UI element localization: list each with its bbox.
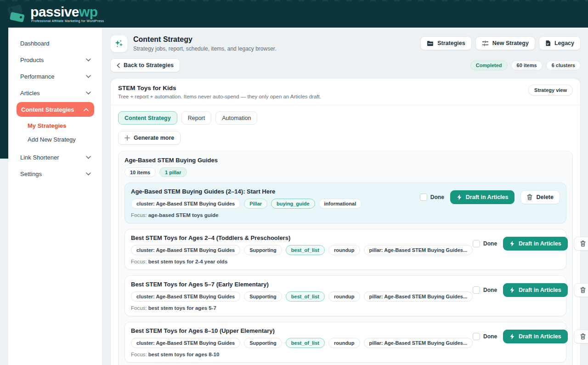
strategy-item-card: Best STEM Toys for Ages 2–4 (Toddlers & … xyxy=(124,229,566,270)
done-toggle[interactable]: Done xyxy=(473,240,497,247)
sidebar-subitem-label: Add New Strategy xyxy=(28,136,76,143)
strategy-item-card: Best STEM Toys for Ages 8–10 (Upper Elem… xyxy=(124,322,566,363)
done-toggle[interactable]: Done xyxy=(473,286,497,294)
sidebar-nav: Dashboard Products Performance Articles … xyxy=(8,28,102,365)
focus-label: Focus: xyxy=(131,352,148,357)
button-label: Draft in Articles xyxy=(519,333,561,340)
sidebar-item-my-strategies[interactable]: My Strategies xyxy=(8,119,102,132)
sidebar-item-products[interactable]: Products xyxy=(8,51,102,68)
sidebar-item-label: Performance xyxy=(20,73,54,80)
done-checkbox[interactable] xyxy=(473,333,480,340)
draft-in-articles-button[interactable]: Draft in Articles xyxy=(503,330,568,343)
main-content: Content Strategy Strategy jobs, report, … xyxy=(102,28,588,365)
tag-pill: best_of_list xyxy=(286,291,325,302)
status-badge-items: 60 items xyxy=(511,61,543,70)
item-actions: DoneDraft in ArticlesDelete xyxy=(473,234,588,251)
cluster-pillar-badge: 1 pillar xyxy=(159,167,187,177)
focus-value: age-based STEM toys guide xyxy=(148,212,219,218)
cluster-items-badge: 10 items xyxy=(124,167,156,177)
draft-in-articles-button[interactable]: Draft in Articles xyxy=(503,283,568,297)
item-tags: cluster: Age-Based STEM Buying GuidesSup… xyxy=(131,338,473,348)
tag-logo-icon xyxy=(6,4,28,23)
top-app-bar: passivewp Professional Affiliate Marketi… xyxy=(0,0,588,28)
draft-in-articles-button[interactable]: Draft in Articles xyxy=(503,237,568,251)
done-toggle[interactable]: Done xyxy=(420,194,444,201)
sidebar-item-add-new-strategy[interactable]: Add New Strategy xyxy=(8,132,102,146)
generate-more-button[interactable]: Generate more xyxy=(118,131,181,145)
page-title: Content Strategy xyxy=(133,35,277,44)
sparkles-icon xyxy=(110,35,128,52)
sidebar-item-articles[interactable]: Articles xyxy=(8,85,102,101)
item-tags: cluster: Age-Based STEM Buying GuidesSup… xyxy=(131,245,473,255)
strategies-button[interactable]: Strategies xyxy=(420,36,471,50)
sidebar-item-label: Products xyxy=(20,57,44,63)
tag-pill: pillar: Age-Based STEM Buying Guides... xyxy=(364,338,473,348)
delete-button[interactable]: Delete xyxy=(574,283,588,297)
button-label: Legacy xyxy=(554,40,574,46)
bolt-icon xyxy=(509,287,515,293)
chevron-down-icon xyxy=(86,91,91,95)
item-focus: Focus: best stem toys for ages 8-10 xyxy=(131,352,473,357)
sidebar-item-settings[interactable]: Settings xyxy=(8,165,102,182)
chevron-down-icon xyxy=(86,58,91,62)
button-label: Back to Strategies xyxy=(124,62,174,68)
tab-automation[interactable]: Automation xyxy=(215,111,257,125)
item-title: Best STEM Toys for Ages 8–10 (Upper Elem… xyxy=(131,327,473,334)
done-label: Done xyxy=(483,287,497,293)
draft-in-articles-button[interactable]: Draft in Articles xyxy=(450,190,515,204)
sidebar-item-link-shortener[interactable]: Link Shortener xyxy=(8,149,102,165)
plus-icon xyxy=(124,135,130,141)
chevron-left-icon xyxy=(117,63,120,68)
bolt-icon xyxy=(509,333,515,340)
button-label: Delete xyxy=(536,194,554,200)
tag-pill: best_of_list xyxy=(286,245,325,255)
strategy-item-card: Age-Based STEM Buying Guides (2–14): Sta… xyxy=(124,182,566,223)
focus-label: Focus: xyxy=(131,259,148,264)
done-checkbox[interactable] xyxy=(473,286,480,294)
item-tags: cluster: Age-Based STEM Buying GuidesSup… xyxy=(131,291,473,302)
new-strategy-button[interactable]: New Strategy xyxy=(475,36,535,50)
item-actions: DoneDraft in ArticlesDelete xyxy=(473,327,588,343)
strategy-tabs: Content Strategy Report Automation xyxy=(111,105,580,125)
cluster-items: Age-Based STEM Buying Guides (2–14): Sta… xyxy=(124,182,566,365)
trash-icon xyxy=(580,333,586,340)
focus-label: Focus: xyxy=(131,212,148,218)
button-label: Strategies xyxy=(437,40,465,46)
focus-value: best stem toys for ages 8-10 xyxy=(148,352,220,357)
focus-value: best stem toys for 2-4 year olds xyxy=(148,259,228,264)
button-label: Draft in Articles xyxy=(466,194,509,200)
sidebar-item-content-strategies[interactable]: Content Strategies xyxy=(17,102,94,117)
strategy-item-card: Best STEM Toys for Ages 5–7 (Early Eleme… xyxy=(124,275,566,316)
back-to-strategies-button[interactable]: Back to Strategies xyxy=(110,58,180,72)
delete-button[interactable]: Delete xyxy=(574,237,588,251)
sidebar-item-performance[interactable]: Performance xyxy=(8,68,102,85)
cluster-panel: Age-Based STEM Buying Guides 10 items 1 … xyxy=(118,151,573,365)
trash-icon xyxy=(527,194,532,200)
done-checkbox[interactable] xyxy=(420,194,427,201)
page-subtitle: Strategy jobs, report, schedule, items, … xyxy=(133,46,277,52)
status-badge-completed: Completed xyxy=(470,61,508,70)
tab-content-strategy[interactable]: Content Strategy xyxy=(118,111,177,125)
brand-logo[interactable]: passivewp Professional Affiliate Marketi… xyxy=(6,4,104,23)
sliders-icon xyxy=(482,40,489,46)
done-toggle[interactable]: Done xyxy=(473,333,497,340)
tag-pill: Supporting xyxy=(244,291,282,302)
brand-tagline: Professional Affiliate Marketing for Wor… xyxy=(30,19,104,23)
brand-name-suffix: wp xyxy=(79,4,97,19)
done-label: Done xyxy=(430,194,444,200)
strategy-view-toggle[interactable]: Strategy view xyxy=(528,85,573,96)
item-title: Best STEM Toys for Ages 5–7 (Early Eleme… xyxy=(131,281,473,288)
delete-button[interactable]: Delete xyxy=(574,330,588,343)
status-badge-clusters: 6 clusters xyxy=(546,61,581,70)
item-title: Age-Based STEM Buying Guides (2–14): Sta… xyxy=(131,188,362,195)
done-checkbox[interactable] xyxy=(473,240,480,247)
tab-report[interactable]: Report xyxy=(181,111,212,125)
sidebar-item-dashboard[interactable]: Dashboard xyxy=(8,35,102,51)
button-label: New Strategy xyxy=(492,40,529,46)
delete-button[interactable]: Delete xyxy=(520,190,560,204)
bolt-icon xyxy=(509,240,515,247)
item-tags: cluster: Age-Based STEM Buying GuidesPil… xyxy=(131,199,362,209)
tag-pill: informational xyxy=(319,199,362,209)
tag-pill: roundup xyxy=(328,291,360,302)
legacy-button[interactable]: Legacy xyxy=(539,36,581,50)
